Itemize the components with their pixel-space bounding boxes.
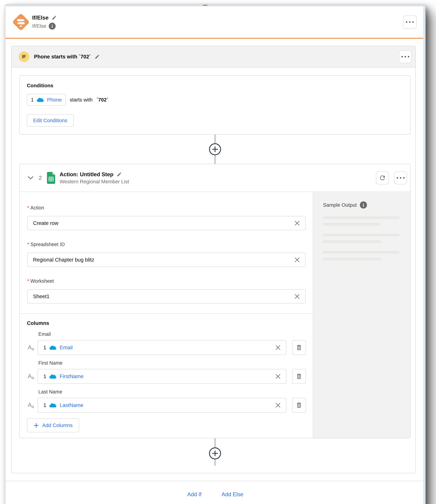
step-number: 2: [39, 175, 42, 181]
column-mapped-field: LastName: [60, 402, 273, 408]
column-row: Aa 1 FirstName: [27, 369, 306, 384]
conditions-card: Conditions 1 Phone starts with `702` Edi…: [19, 75, 410, 135]
clear-icon[interactable]: [275, 374, 281, 379]
horizontal-scrollbar[interactable]: [5, 4, 425, 6]
column-mapped-field: Email: [60, 345, 273, 351]
header-text: If/Else If/Else i: [32, 14, 57, 29]
action-field: *Action Create row: [27, 205, 306, 230]
info-icon[interactable]: i: [360, 201, 367, 209]
condition-operator: starts with: [70, 97, 93, 103]
column-label: First Name: [38, 360, 306, 366]
kebab-menu-icon: [397, 177, 398, 179]
condition-field: Phone: [47, 97, 62, 103]
conditions-heading: Conditions: [27, 83, 405, 88]
action-select-value: Create row: [33, 220, 295, 226]
clear-icon[interactable]: [275, 403, 281, 408]
if-branch-card: IF Phone starts with `702` Conditions 1: [11, 46, 416, 473]
skeleton-line: [323, 233, 400, 236]
horizontal-scrollbar-thumb[interactable]: [203, 5, 207, 6]
columns-section: Columns Email Aa 1 Email: [20, 314, 313, 438]
sample-output-heading: Sample Output: [323, 202, 357, 208]
worksheet-field: *Worksheet Sheet1: [27, 278, 306, 303]
header-menu-button[interactable]: [403, 15, 417, 29]
condition-field-chip[interactable]: 1 Phone: [27, 94, 66, 106]
column-index: 1: [43, 373, 46, 379]
action-select[interactable]: Create row: [27, 216, 306, 230]
action-step-subtitle: Western Regional Member List: [60, 179, 129, 185]
if-badge: IF: [19, 51, 29, 62]
spreadsheet-id-field: *Spreadsheet ID Regional Chapter bug bli…: [27, 242, 306, 267]
info-icon[interactable]: i: [49, 23, 56, 29]
footer-divider: [5, 481, 425, 481]
skeleton-line: [323, 223, 381, 226]
if-else-signpost-icon: [11, 12, 31, 32]
page-title: If/Else: [32, 14, 49, 21]
action-step-body: *Action Create row *Spreadsheet ID Regio…: [20, 192, 410, 438]
header: If/Else If/Else i: [5, 6, 425, 39]
add-else-link[interactable]: Add Else: [221, 491, 243, 497]
column-mapping-input[interactable]: 1 Email: [38, 340, 286, 355]
trash-icon: [296, 344, 302, 351]
skeleton-line: [323, 240, 381, 243]
column-row: Aa 1 Email: [27, 340, 306, 355]
worksheet-select[interactable]: Sheet1: [27, 289, 306, 303]
skeleton-line: [323, 251, 400, 254]
column-mapping-input[interactable]: 1 LastName: [38, 398, 286, 413]
action-form: *Action Create row *Spreadsheet ID Regio…: [20, 192, 313, 438]
action-step-title: Action: Untitled Step: [60, 171, 113, 177]
add-step-icon[interactable]: [209, 143, 221, 156]
salesforce-cloud-icon: [49, 402, 57, 408]
add-step-icon[interactable]: [209, 447, 221, 460]
text-type-Aa-icon: Aa: [27, 401, 35, 409]
column-mapped-field: FirstName: [60, 373, 273, 379]
refresh-icon: [379, 174, 386, 181]
kebab-menu-icon: [401, 56, 403, 57]
trash-icon: [296, 373, 302, 380]
spreadsheet-id-select[interactable]: Regional Chapter bug blitz: [27, 253, 306, 267]
vertical-scrollbar[interactable]: [423, 7, 425, 504]
if-branch-body: Conditions 1 Phone starts with `702` Edi…: [12, 68, 416, 473]
action-field-label: Action: [30, 205, 44, 211]
condition-index: 1: [31, 97, 34, 103]
add-columns-button[interactable]: Add Columns: [27, 418, 79, 432]
step-menu-button[interactable]: [394, 171, 407, 184]
clear-icon[interactable]: [295, 294, 300, 299]
add-columns-label: Add Columns: [42, 422, 73, 428]
clear-icon[interactable]: [295, 221, 300, 226]
condition-row: 1 Phone starts with `702`: [27, 94, 405, 106]
spreadsheet-id-value: Regional Chapter bug blitz: [33, 257, 295, 263]
action-step-titles: Action: Untitled Step Western Regional M…: [60, 171, 129, 185]
column-row: Aa 1 LastName: [27, 398, 306, 413]
add-if-link[interactable]: Add If: [187, 491, 201, 497]
edit-title-icon[interactable]: [52, 15, 57, 20]
required-marker: *: [27, 205, 29, 211]
clear-icon[interactable]: [295, 257, 300, 262]
delete-column-button[interactable]: [292, 398, 306, 413]
refresh-step-button[interactable]: [376, 171, 389, 184]
edit-step-title-icon[interactable]: [117, 172, 122, 177]
salesforce-cloud-icon: [36, 97, 44, 103]
delete-column-button[interactable]: [292, 369, 306, 384]
footer-actions: Add If Add Else: [5, 491, 425, 497]
edit-branch-title-icon[interactable]: [95, 54, 100, 59]
if-branch-menu-button[interactable]: [399, 50, 412, 63]
salesforce-cloud-icon: [49, 345, 57, 350]
condition-value: `702`: [96, 97, 108, 103]
column-mapping-input[interactable]: 1 FirstName: [38, 369, 286, 384]
chevron-down-icon[interactable]: [27, 176, 34, 180]
skeleton-line: [323, 216, 400, 219]
column-label: Email: [38, 331, 306, 337]
delete-column-button[interactable]: [292, 340, 306, 355]
worksheet-value: Sheet1: [33, 293, 295, 299]
google-sheets-icon: [47, 172, 55, 184]
edit-conditions-button[interactable]: Edit Conditions: [27, 114, 73, 127]
if-branch-header: IF Phone starts with `702`: [12, 46, 416, 68]
clear-icon[interactable]: [275, 345, 281, 350]
kebab-menu-icon: [406, 21, 407, 23]
column-index: 1: [43, 345, 46, 351]
text-type-Aa-icon: Aa: [27, 373, 35, 380]
plus-icon: [34, 423, 39, 428]
columns-heading: Columns: [27, 320, 306, 326]
salesforce-cloud-icon: [49, 374, 57, 379]
column-index: 1: [43, 402, 46, 408]
